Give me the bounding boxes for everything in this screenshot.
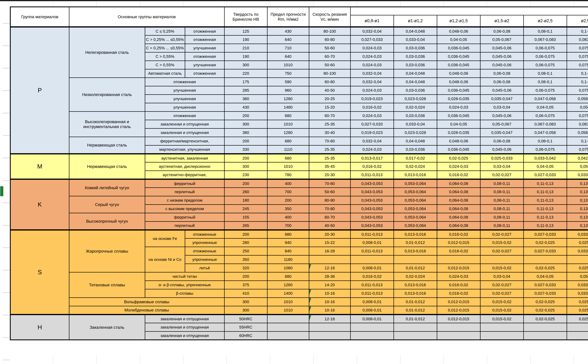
header-diameter-3[interactable]: ø1,2-ø1,5 [437, 15, 480, 27]
feed-value-d5[interactable]: 0,027-0,033 [523, 281, 567, 289]
strength-rm[interactable]: 1010 [267, 306, 309, 315]
cutting-speed[interactable]: 35-45 [309, 162, 350, 171]
feed-value-d1[interactable]: 0,032-0,04 [350, 27, 394, 35]
strength-rm[interactable]: 1010 [267, 162, 309, 171]
feed-value-d6[interactable]: 0,075-0,12 [567, 52, 588, 61]
feed-value-d6[interactable]: 0,05-0,08 [567, 103, 588, 111]
feed-value-d2[interactable]: 0,013-0,016 [394, 289, 437, 298]
hardness-hb[interactable]: 180 [224, 196, 267, 205]
feed-value-d6[interactable]: 0,025-0,04 [567, 306, 588, 315]
feed-value-d4[interactable]: 0,015-0,02 [480, 238, 523, 247]
feed-value-d1[interactable]: 0,016-0,02 [350, 162, 394, 171]
strength-rm[interactable]: 680 [267, 230, 309, 238]
cutting-speed[interactable]: 25-35 [309, 120, 350, 128]
feed-value-d1[interactable]: 0,024-0,03 [350, 111, 394, 120]
feed-value-d4[interactable]: 0,08-0,11 [480, 188, 523, 196]
header-diameter-1[interactable]: ø0,8-ø1 [350, 15, 394, 27]
cutting-speed[interactable]: 14-20 [309, 281, 350, 289]
hardness-hb[interactable]: 125 [224, 27, 267, 35]
feed-value-d1[interactable]: 0,016-0,02 [350, 272, 394, 281]
state[interactable]: с высоким пределом [145, 205, 224, 213]
feed-value-d4[interactable]: 0,025-0,033 [480, 154, 523, 162]
feed-value-d4[interactable]: 0,03-0,04 [480, 103, 523, 111]
feed-value-d3[interactable]: 0,04-0,05 [437, 35, 480, 44]
feed-value-d1[interactable]: 0,043-0,053 [350, 196, 394, 205]
feed-value-d3[interactable]: 0,016-0,02 [437, 289, 480, 298]
feed-value-d2[interactable]: 0,01-0,012 [394, 298, 437, 306]
group-letter-H[interactable]: H [10, 315, 69, 340]
feed-value-d3[interactable]: 0,036-0,045 [437, 44, 480, 52]
cutting-speed[interactable]: 20-30 [309, 171, 350, 179]
feed-value-d6[interactable]: 0,025-0,04 [567, 315, 588, 323]
strength-rm[interactable]: 700 [267, 188, 309, 196]
feed-value-d4[interactable]: 0,015-0,02 [480, 306, 523, 315]
feed-value-d1[interactable]: 0,043-0,053 [350, 188, 394, 196]
strength-rm[interactable]: 200 [267, 196, 309, 205]
feed-value-d4[interactable]: 0,045-0,06 [480, 61, 523, 69]
feed-value-d5[interactable]: 0,08-0,1 [523, 69, 567, 78]
strength-rm[interactable]: 1010 [267, 120, 309, 128]
state[interactable]: упрочненные [185, 255, 224, 264]
feed-value-d4[interactable]: 0,05-0,067 [480, 120, 523, 128]
feed-value-d2[interactable]: 0,033-0,04 [394, 35, 437, 44]
base-label[interactable]: на основе Fe [145, 230, 185, 247]
feed-value-d1[interactable]: 0,043-0,053 [350, 179, 394, 188]
feed-value-d1[interactable]: 0,024-0,03 [350, 52, 394, 61]
feed-value-d6[interactable]: 0,042-0,067 [567, 154, 588, 162]
header-main-material-groups[interactable]: Основные группы материалов [69, 7, 224, 27]
header-diameter-4[interactable]: ø1,5-ø2 [480, 15, 523, 27]
feed-value-d3[interactable]: 0,04-0,05 [437, 120, 480, 128]
feed-value-d1[interactable]: 0,043-0,053 [350, 205, 394, 213]
state[interactable]: α- и β-сплавы, упрочненные [145, 281, 224, 289]
feed-value-d2[interactable]: 0,03-0,036 [394, 145, 437, 154]
strength-rm[interactable] [267, 332, 309, 340]
hardness-hb[interactable]: 375 [224, 281, 267, 289]
hardness-hb[interactable]: 50HRC [224, 315, 267, 323]
feed-value-d3[interactable]: 0,048-0,06 [437, 137, 480, 145]
material-group[interactable]: Молибденовые сплавы [69, 306, 224, 315]
feed-value-d5[interactable]: 0,02-0,025 [523, 298, 567, 306]
strength-rm[interactable]: 1480 [267, 103, 309, 111]
hardness-hb[interactable]: 380 [224, 128, 267, 137]
feed-value-d3[interactable]: 0,024-0,03 [437, 272, 480, 281]
strength-rm[interactable]: 400 [267, 213, 309, 221]
feed-value-d5[interactable]: 0,047-0,058 [523, 128, 567, 137]
header-material-group[interactable]: Группа материалов [10, 7, 69, 27]
feed-value-d4[interactable]: 0,015-0,02 [480, 264, 523, 272]
feed-value-d6[interactable]: 0,05-0,08 [567, 162, 588, 171]
cutting-speed[interactable] [309, 323, 350, 332]
hardness-hb[interactable]: 200 [224, 154, 267, 162]
feed-value-d1[interactable]: 0,011-0,013 [350, 247, 394, 255]
feed-value-d1[interactable]: 0,043-0,053 [350, 221, 394, 230]
feed-value-d3[interactable]: 0,012-0,015 [437, 306, 480, 315]
strength-rm[interactable]: 1280 [267, 128, 309, 137]
feed-value-d5[interactable]: 0,027-0,033 [523, 247, 567, 255]
group-letter-S[interactable]: S [10, 230, 69, 315]
feed-value-d5[interactable]: 0,04-0,05 [523, 162, 567, 171]
feed-value-d5[interactable]: 0,04-0,05 [523, 103, 567, 111]
feed-value-d4[interactable]: 0,08-0,11 [480, 179, 523, 188]
strength-rm[interactable] [267, 315, 309, 323]
feed-value-d2[interactable]: 0,023-0,028 [394, 95, 437, 103]
feed-value-d6[interactable]: 0,13-0,21 [567, 213, 588, 221]
feed-value-d1[interactable]: 0,008-0,01 [350, 298, 394, 306]
feed-value-d5[interactable]: 0,06-0,075 [523, 86, 567, 95]
feed-value-d2[interactable]: 0,02-0,024 [394, 162, 437, 171]
hardness-hb[interactable]: 410 [224, 289, 267, 298]
cutting-speed[interactable]: 16-28 [309, 247, 350, 255]
feed-value-d6[interactable] [567, 323, 588, 332]
feed-value-d4[interactable]: 0,035-0,047 [480, 95, 523, 103]
feed-value-d1[interactable]: 0,011-0,013 [350, 289, 394, 298]
feed-value-d3[interactable]: 0,048-0,06 [437, 78, 480, 86]
state[interactable]: аустенитная, дисперсионно [145, 162, 224, 171]
hardness-hb[interactable]: 260 [224, 188, 267, 196]
feed-value-d3[interactable]: 0,064-0,08 [437, 179, 480, 188]
hardness-hb[interactable]: 300 [224, 120, 267, 128]
feed-value-d6[interactable]: 0,13-0,21 [567, 179, 588, 188]
feed-value-d4[interactable]: 0,015-0,02 [480, 298, 523, 306]
feed-value-d1[interactable]: 0,024-0,03 [350, 86, 394, 95]
cutting-speed[interactable]: 60-80 [309, 35, 350, 44]
feed-value-d6[interactable]: 0,025-0,04 [567, 238, 588, 247]
feed-value-d2[interactable]: 0,04-0,048 [394, 69, 437, 78]
strength-rm[interactable]: 960 [267, 86, 309, 95]
